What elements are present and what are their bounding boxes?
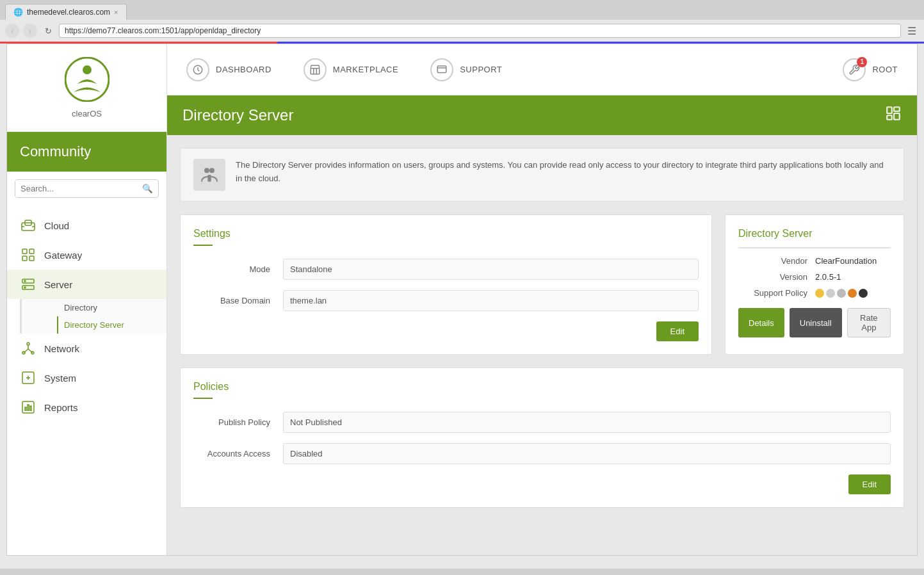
info-card-divider xyxy=(738,247,891,248)
info-box: The Directory Server provides informatio… xyxy=(180,148,904,202)
dot-2 xyxy=(826,289,835,298)
main-content: DASHBOARD MARKETPLACE SUPPORT xyxy=(167,44,917,555)
logo-area: clearOS xyxy=(7,44,166,132)
mode-row: Mode Standalone xyxy=(193,259,699,280)
search-button[interactable]: 🔍 xyxy=(137,180,158,197)
directory-server-info-card: Directory Server Vendor ClearFoundation … xyxy=(725,215,904,355)
svg-rect-20 xyxy=(887,107,892,113)
rate-app-button[interactable]: Rate App xyxy=(847,308,891,337)
server-icon xyxy=(20,276,36,293)
nav-support[interactable]: SUPPORT xyxy=(424,52,508,88)
page-header-icon xyxy=(885,105,902,126)
support-dots xyxy=(815,289,868,298)
content-area: The Directory Server provides informatio… xyxy=(167,135,917,555)
policies-edit-button[interactable]: Edit xyxy=(848,474,891,494)
accounts-access-row: Accounts Access Disabled xyxy=(193,443,891,464)
support-icon xyxy=(430,58,453,81)
mode-label: Mode xyxy=(193,264,283,274)
svg-point-24 xyxy=(204,168,209,173)
publish-policy-row: Publish Policy Not Published xyxy=(193,412,891,433)
gateway-label: Gateway xyxy=(44,250,82,261)
dashboard-label: DASHBOARD xyxy=(216,65,272,74)
sidebar-item-network[interactable]: Network xyxy=(7,334,166,363)
svg-rect-5 xyxy=(22,256,27,261)
mode-field: Standalone xyxy=(283,259,699,280)
settings-edit-button[interactable]: Edit xyxy=(656,321,699,341)
base-domain-value: theme.lan xyxy=(283,290,699,311)
version-value: 2.0.5-1 xyxy=(815,272,841,282)
reports-icon xyxy=(20,399,36,416)
tab-title: themedevel.clearos.com xyxy=(27,8,110,17)
browser-nav: ‹ › ↻ ☰ xyxy=(0,20,924,42)
svg-rect-16 xyxy=(22,401,34,413)
info-card-buttons: Details Uninstall Rate App xyxy=(738,308,891,337)
system-label: System xyxy=(44,373,76,384)
policies-card: Policies Publish Policy Not Published Ac… xyxy=(180,368,904,508)
sidebar-item-reports[interactable]: Reports xyxy=(7,393,166,422)
page-title: Directory Server xyxy=(182,106,293,124)
root-badge: 1 xyxy=(857,57,867,67)
sidebar: clearOS Community 🔍 Cloud xyxy=(7,44,167,555)
url-bar[interactable] xyxy=(59,24,901,38)
sidebar-item-directory-server[interactable]: Directory Server xyxy=(57,316,166,334)
sidebar-item-directory[interactable]: Directory xyxy=(59,299,166,316)
network-label: Network xyxy=(44,343,79,354)
forward-button[interactable]: › xyxy=(23,24,37,38)
search-input[interactable] xyxy=(15,180,137,197)
edition-label: Community xyxy=(20,143,91,159)
server-subnav: Directory Directory Server xyxy=(20,299,166,334)
version-label: Version xyxy=(738,272,815,282)
svg-point-11 xyxy=(24,287,26,288)
network-icon xyxy=(20,340,36,357)
marketplace-icon xyxy=(304,58,327,81)
nav-root[interactable]: 1 ROOT xyxy=(836,52,904,88)
root-icon: 1 xyxy=(843,58,866,81)
uninstall-button[interactable]: Uninstall xyxy=(790,308,842,337)
root-label: ROOT xyxy=(872,65,898,74)
mode-value: Standalone xyxy=(283,259,699,280)
browser-chrome: 🌐 themedevel.clearos.com × ‹ › ↻ ☰ xyxy=(0,0,924,44)
sidebar-item-cloud[interactable]: Cloud xyxy=(7,211,166,240)
dot-3 xyxy=(837,289,846,298)
vendor-row: Vendor ClearFoundation xyxy=(738,256,891,266)
marketplace-label: MARKETPLACE xyxy=(333,65,398,74)
info-text: The Directory Server provides informatio… xyxy=(236,159,891,186)
nav-dashboard[interactable]: DASHBOARD xyxy=(180,52,278,88)
svg-rect-18 xyxy=(311,68,320,74)
svg-rect-22 xyxy=(894,107,900,111)
settings-card: Settings Mode Standalone Base Domain the… xyxy=(180,215,712,355)
back-button[interactable]: ‹ xyxy=(5,24,19,38)
refresh-button[interactable]: ↻ xyxy=(41,24,55,38)
clearos-logo xyxy=(65,57,109,102)
dot-5 xyxy=(859,289,868,298)
reports-label: Reports xyxy=(44,402,78,413)
sidebar-item-gateway[interactable]: Gateway xyxy=(7,240,166,270)
top-nav: DASHBOARD MARKETPLACE SUPPORT xyxy=(167,44,917,95)
tab-close[interactable]: × xyxy=(114,8,118,16)
version-row: Version 2.0.5-1 xyxy=(738,272,891,282)
sidebar-item-system[interactable]: System xyxy=(7,363,166,393)
publish-policy-value: Not Published xyxy=(283,412,891,433)
accounts-access-field: Disabled xyxy=(283,443,891,464)
settings-underline xyxy=(193,245,213,246)
info-box-icon xyxy=(193,159,225,191)
svg-rect-6 xyxy=(29,249,34,254)
dot-1 xyxy=(815,289,824,298)
svg-rect-19 xyxy=(437,66,446,73)
svg-rect-21 xyxy=(887,115,892,120)
svg-rect-7 xyxy=(29,256,34,261)
nav-items: Cloud Gateway Server xyxy=(7,206,166,427)
nav-marketplace[interactable]: MARKETPLACE xyxy=(297,52,405,88)
details-button[interactable]: Details xyxy=(738,308,784,337)
browser-tab[interactable]: 🌐 themedevel.clearos.com × xyxy=(5,4,127,20)
system-icon xyxy=(20,369,36,386)
base-domain-field: theme.lan xyxy=(283,290,699,311)
svg-point-25 xyxy=(209,168,215,173)
vendor-label: Vendor xyxy=(738,256,815,266)
edition-bar: Community xyxy=(7,132,166,172)
logo-text: clearOS xyxy=(20,109,154,118)
publish-policy-field: Not Published xyxy=(283,412,891,433)
menu-button[interactable]: ☰ xyxy=(905,24,919,38)
sidebar-item-server[interactable]: Server xyxy=(7,270,166,299)
publish-policy-label: Publish Policy xyxy=(193,417,283,427)
